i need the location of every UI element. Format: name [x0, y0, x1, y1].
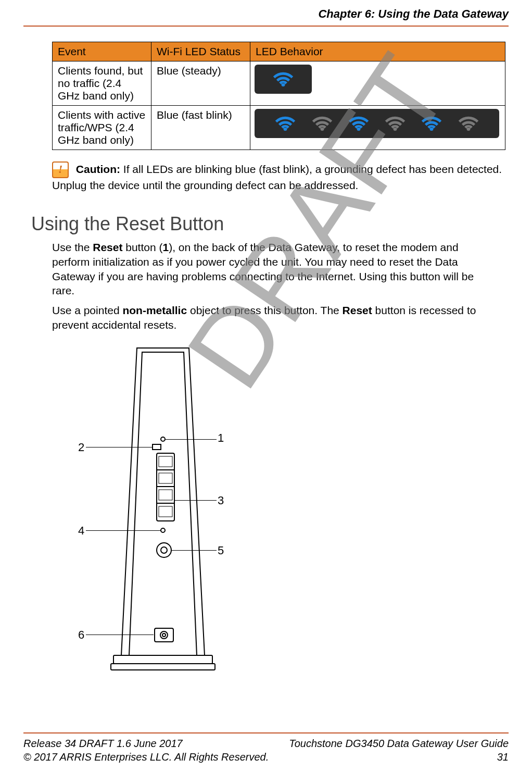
wifi-panel-blink: [255, 109, 499, 138]
wifi-icon: [458, 114, 479, 133]
cell-behavior: [250, 106, 505, 150]
callout-line: [166, 439, 217, 440]
callout-line: [86, 530, 161, 531]
footer-page-number: 31: [289, 750, 509, 764]
callout-line: [172, 550, 217, 551]
caution-icon: !: [52, 161, 69, 178]
section-heading: Using the Reset Button: [31, 213, 509, 235]
wifi-icon: [348, 114, 370, 133]
svg-rect-8: [159, 456, 172, 467]
cell-event: Clients with active traffic/WPS (2.4 GHz…: [53, 106, 151, 150]
wifi-icon: [272, 70, 294, 89]
footer-release: Release 34 DRAFT 1.6 June 2017: [23, 737, 269, 750]
text: Use the: [52, 241, 93, 253]
svg-point-2: [161, 437, 165, 441]
wifi-panel-steady: [255, 65, 312, 94]
cell-status: Blue (fast blink): [151, 106, 250, 150]
svg-point-17: [162, 633, 166, 637]
text: Use a pointed: [52, 304, 122, 316]
th-event: Event: [53, 42, 151, 61]
callout-5: 5: [218, 544, 224, 557]
svg-point-14: [161, 547, 167, 553]
callout-3: 3: [218, 494, 224, 507]
device-svg: [100, 343, 225, 676]
table-header-row: Event Wi-Fi LED Status LED Behavior: [53, 42, 505, 61]
svg-rect-9: [159, 473, 172, 483]
svg-rect-0: [113, 655, 212, 664]
page-footer: Release 34 DRAFT 1.6 June 2017 © 2017 AR…: [23, 737, 509, 764]
paragraph-1: Use the Reset button (1), on the back of…: [52, 240, 480, 298]
footer-guide-title: Touchstone DG3450 Data Gateway User Guid…: [289, 737, 509, 750]
chapter-title: Chapter 6: Using the Data Gateway: [318, 7, 509, 20]
device-illustration: 1 2 3 4 5 6: [74, 343, 257, 676]
header-rule: [23, 26, 509, 27]
wifi-icon: [311, 114, 333, 133]
bold-text: Reset: [93, 241, 122, 253]
text: button (: [122, 241, 162, 253]
svg-point-16: [160, 631, 168, 639]
wifi-icon: [421, 114, 442, 133]
svg-rect-15: [155, 628, 173, 642]
footer-right: Touchstone DG3450 Data Gateway User Guid…: [289, 737, 509, 764]
svg-rect-1: [111, 664, 215, 670]
table-row: Clients with active traffic/WPS (2.4 GHz…: [53, 106, 505, 150]
callout-line: [86, 447, 153, 447]
callout-2: 2: [78, 441, 84, 454]
bold-text: non-metallic: [122, 304, 187, 316]
cell-status: Blue (steady): [151, 61, 250, 106]
wifi-icon: [384, 114, 406, 133]
svg-point-13: [157, 543, 171, 557]
cell-event: Clients found, but no traffic (2.4 GHz b…: [53, 61, 151, 106]
callout-1: 1: [218, 431, 224, 445]
bold-text: Reset: [343, 304, 372, 316]
led-status-table: Event Wi-Fi LED Status LED Behavior Clie…: [52, 42, 505, 150]
footer-left: Release 34 DRAFT 1.6 June 2017 © 2017 AR…: [23, 737, 269, 764]
wifi-icon: [274, 114, 296, 133]
caution-block: ! Caution: If all LEDs are blinking blue…: [52, 161, 505, 192]
paragraph-2: Use a pointed non-metallic object to pre…: [52, 303, 480, 332]
page-content: Event Wi-Fi LED Status LED Behavior Clie…: [0, 42, 532, 676]
th-status: Wi-Fi LED Status: [151, 42, 250, 61]
callout-4: 4: [78, 524, 84, 538]
svg-rect-11: [159, 506, 172, 517]
th-behavior: LED Behavior: [250, 42, 505, 61]
page-header: Chapter 6: Using the Data Gateway: [0, 0, 532, 25]
footer-rule: [23, 732, 509, 733]
page: Chapter 6: Using the Data Gateway Event …: [0, 0, 532, 771]
svg-rect-3: [153, 444, 161, 450]
svg-point-12: [161, 528, 165, 532]
bold-text: 1: [162, 241, 169, 253]
callout-line: [86, 635, 154, 635]
svg-rect-10: [159, 490, 172, 500]
cell-behavior: [250, 61, 505, 106]
table-row: Clients found, but no traffic (2.4 GHz b…: [53, 61, 505, 106]
callout-6: 6: [78, 628, 84, 642]
callout-line: [175, 500, 217, 501]
footer-copyright: © 2017 ARRIS Enterprises LLC. All Rights…: [23, 750, 269, 764]
caution-label: Caution:: [76, 163, 120, 175]
text: object to press this button. The: [187, 304, 342, 316]
